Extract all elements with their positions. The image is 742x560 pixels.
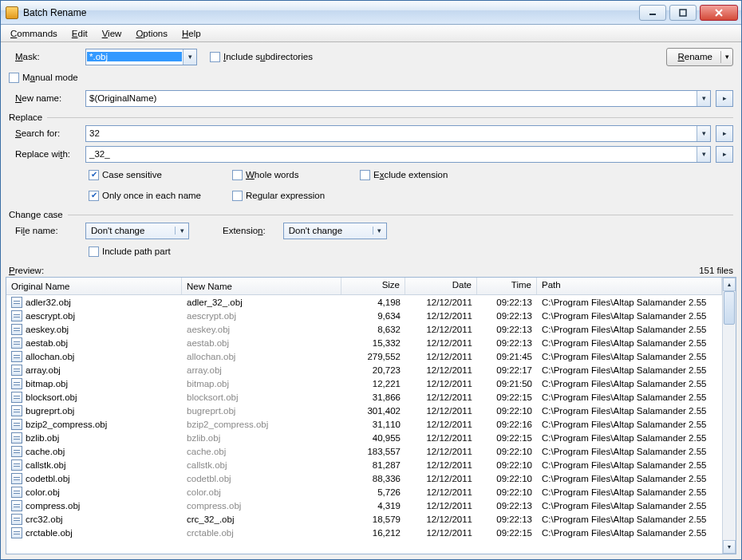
file-icon <box>11 459 22 471</box>
table-row[interactable]: crctable.objcrctable.obj16,21212/12/2011… <box>6 526 722 539</box>
search-for-value[interactable]: 32 <box>86 128 697 138</box>
new-name: bzlib.obj <box>187 433 220 443</box>
maximize-button[interactable] <box>669 5 697 21</box>
chevron-down-icon[interactable]: ▾ <box>697 147 710 162</box>
menu-edit[interactable]: Edit <box>65 27 94 40</box>
case-sensitive-checkbox[interactable]: ✔ Case sensitive <box>89 170 208 180</box>
original-name: crctable.obj <box>26 528 73 538</box>
replace-expand-button[interactable]: ▸ <box>716 146 733 163</box>
table-row[interactable]: codetbl.objcodetbl.obj88,33612/12/201109… <box>6 471 722 485</box>
table-row[interactable]: aestab.objaestab.obj15,33212/12/201109:2… <box>6 336 722 349</box>
chevron-down-icon[interactable]: ▾ <box>373 227 386 235</box>
file-time: 09:21:45 <box>477 352 537 361</box>
checkbox-icon <box>9 73 19 83</box>
exclude-extension-checkbox[interactable]: Exclude extension <box>360 170 448 180</box>
file-date: 12/12/2011 <box>405 460 477 470</box>
new-name: bzip2_compress.obj <box>187 420 268 429</box>
original-name: cache.obj <box>26 447 65 456</box>
menu-commands[interactable]: Commands <box>4 27 64 40</box>
table-row[interactable]: adler32.objadler_32_.obj4,19812/12/20110… <box>6 295 722 309</box>
chevron-down-icon[interactable]: ▾ <box>175 227 188 235</box>
file-path: C:\Program Files\Altap Salamander 2.55 <box>537 338 722 348</box>
table-row[interactable]: bzip2_compress.objbzip2_compress.obj31,1… <box>6 417 722 431</box>
table-row[interactable]: bugreprt.objbugreprt.obj301,40212/12/201… <box>6 404 722 417</box>
include-path-checkbox[interactable]: Include path part <box>89 246 171 257</box>
col-original-name[interactable]: Original Name <box>6 278 182 294</box>
scroll-thumb[interactable] <box>724 291 735 325</box>
table-row[interactable]: bitmap.objbitmap.obj12,22112/12/201109:2… <box>6 377 722 390</box>
manual-mode-checkbox[interactable]: Manual mode <box>9 73 78 83</box>
minimize-button[interactable] <box>639 5 666 21</box>
extension-case-dropdown[interactable]: Don't change ▾ <box>283 223 387 239</box>
menu-view[interactable]: View <box>96 27 128 40</box>
scroll-down-icon[interactable]: ▾ <box>723 540 736 554</box>
file-size: 31,866 <box>341 392 405 402</box>
mask-combo[interactable]: *.obj ▾ <box>85 49 197 65</box>
file-size: 16,212 <box>341 528 405 538</box>
vertical-scrollbar[interactable]: ▴ ▾ <box>722 278 736 554</box>
table-row[interactable]: compress.objcompress.obj4,31912/12/20110… <box>6 499 722 512</box>
regex-checkbox[interactable]: Regular expression <box>232 191 325 201</box>
table-row[interactable]: aeskey.objaeskey.obj8,63212/12/201109:22… <box>6 322 722 336</box>
table-row[interactable]: color.objcolor.obj5,72612/12/201109:22:1… <box>6 485 722 499</box>
filename-case-label: File name: <box>9 226 81 235</box>
col-new-name[interactable]: New Name <box>182 278 341 294</box>
newname-value[interactable]: $(OriginalName) <box>86 93 697 103</box>
col-time[interactable]: Time <box>477 278 537 294</box>
file-time: 09:22:13 <box>477 325 537 334</box>
chevron-down-icon[interactable]: ▾ <box>183 49 196 65</box>
table-row[interactable]: bzlib.objbzlib.obj40,95512/12/201109:22:… <box>6 431 722 444</box>
table-row[interactable]: crc32.objcrc_32_.obj18,57912/12/201109:2… <box>6 512 722 526</box>
replace-with-value[interactable]: _32_ <box>86 149 697 159</box>
svg-rect-1 <box>680 10 686 16</box>
file-size: 183,557 <box>341 447 405 456</box>
new-name: adler_32_.obj <box>187 298 243 307</box>
file-icon <box>11 473 22 484</box>
mask-value[interactable]: *.obj <box>87 52 182 61</box>
newname-combo[interactable]: $(OriginalName) ▾ <box>85 90 711 107</box>
file-path: C:\Program Files\Altap Salamander 2.55 <box>537 515 722 524</box>
search-for-combo[interactable]: 32 ▾ <box>85 125 711 142</box>
new-name: crctable.obj <box>187 528 234 538</box>
file-time: 09:22:15 <box>477 528 537 538</box>
replace-group-title: Replace <box>9 112 42 122</box>
chevron-down-icon[interactable]: ▾ <box>697 126 710 141</box>
file-time: 09:22:13 <box>477 311 537 321</box>
search-expand-button[interactable]: ▸ <box>716 125 733 142</box>
chevron-down-icon[interactable]: ▾ <box>725 53 729 61</box>
close-button[interactable] <box>700 5 738 21</box>
newname-expand-button[interactable]: ▸ <box>716 90 733 107</box>
whole-words-checkbox[interactable]: Whole words <box>232 170 336 180</box>
file-path: C:\Program Files\Altap Salamander 2.55 <box>537 501 722 511</box>
exclude-extension-label: Exclude extension <box>373 170 448 179</box>
table-row[interactable]: aescrypt.objaescrypt.obj9,63412/12/20110… <box>6 309 722 322</box>
only-once-checkbox[interactable]: ✔ Only once in each name <box>89 191 208 201</box>
file-size: 18,579 <box>341 515 405 524</box>
table-row[interactable]: cache.objcache.obj183,55712/12/201109:22… <box>6 444 722 458</box>
table-row[interactable]: array.objarray.obj20,72312/12/201109:22:… <box>6 363 722 377</box>
table-row[interactable]: callstk.objcallstk.obj81,28712/12/201109… <box>6 458 722 471</box>
file-size: 8,632 <box>341 325 405 334</box>
table-row[interactable]: blocksort.objblocksort.obj31,86612/12/20… <box>6 390 722 404</box>
filename-case-dropdown[interactable]: Don't change ▾ <box>85 223 189 239</box>
col-path[interactable]: Path <box>537 278 722 294</box>
file-date: 12/12/2011 <box>405 352 477 361</box>
replace-with-combo[interactable]: _32_ ▾ <box>85 146 711 163</box>
col-size[interactable]: Size <box>341 278 405 294</box>
col-date[interactable]: Date <box>405 278 477 294</box>
table-row[interactable]: allochan.objallochan.obj279,55212/12/201… <box>6 349 722 363</box>
rename-button[interactable]: Rename ▾ <box>666 48 733 66</box>
include-path-label: Include path part <box>102 246 171 256</box>
original-name: bugreprt.obj <box>26 406 74 416</box>
menu-help[interactable]: Help <box>176 27 207 40</box>
file-icon <box>11 351 22 362</box>
include-subdirs-checkbox[interactable]: Include subdirectories <box>210 52 313 62</box>
file-size: 12,221 <box>341 379 405 388</box>
original-name: allochan.obj <box>26 352 74 361</box>
chevron-down-icon[interactable]: ▾ <box>697 91 710 106</box>
file-icon <box>11 432 22 444</box>
scroll-up-icon[interactable]: ▴ <box>723 278 736 291</box>
menu-options[interactable]: Options <box>129 27 174 40</box>
file-date: 12/12/2011 <box>405 338 477 348</box>
filename-case-value: Don't change <box>86 226 175 235</box>
